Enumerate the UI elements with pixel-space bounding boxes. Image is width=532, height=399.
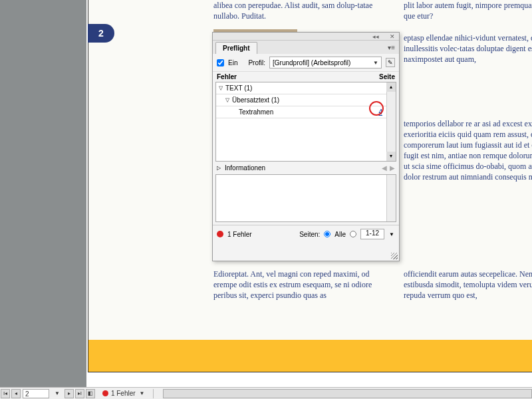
scroll-up-icon[interactable]: ▴ [386, 82, 396, 92]
next-page-icon[interactable]: ▸ [65, 389, 74, 398]
annotation-circle [369, 101, 384, 116]
tree-row-overset[interactable]: ▽ Übersatztext (1) [216, 94, 396, 106]
panel-tab-row: Preflight ▾≡ [213, 41, 399, 54]
error-list-header: Fehler Seite [213, 72, 399, 82]
edit-profile-icon[interactable]: ✎ [386, 58, 395, 67]
scrollbar[interactable] [386, 82, 396, 161]
body-text: officiendit earum autas secepelicae. Nem… [404, 269, 532, 301]
tree-label: Übersatztext (1) [232, 96, 393, 104]
prev-icon[interactable]: ◀ [382, 164, 387, 172]
tree-label: Textrahmen [239, 108, 362, 116]
pasteboard-margin [0, 0, 86, 387]
chevron-down-icon[interactable]: ▼ [388, 231, 395, 237]
resize-grip-icon[interactable] [391, 253, 398, 259]
scrollbar[interactable] [386, 175, 396, 221]
page-range-input[interactable]: 1-12 [360, 229, 384, 239]
profile-label: Profil: [248, 59, 265, 66]
chevron-down-icon[interactable]: ▼ [51, 390, 64, 396]
open-panel-icon[interactable]: ◧ [86, 389, 95, 398]
statusbar-error-text[interactable]: 1 Fehler [111, 390, 136, 397]
body-text: Edioreptat. Ant, vel magni con reped max… [213, 269, 393, 301]
separator [153, 389, 154, 398]
radio-all-label: Alle [334, 231, 346, 238]
body-text: plit labor autem fugit, nimpore premquam… [404, 0, 532, 21]
seiten-label: Seiten: [299, 231, 320, 238]
enable-checkbox[interactable] [217, 59, 224, 66]
error-list[interactable]: ▽ TEXT (1) ▽ Übersatztext (1) Textrahmen… [215, 82, 396, 162]
panel-footer: 1 Fehler Seiten: Alle 1-12 ▼ [213, 225, 399, 243]
scroll-down-icon[interactable]: ▾ [386, 152, 396, 161]
tree-label: TEXT (1) [225, 84, 393, 92]
horizontal-scrollbar[interactable] [163, 389, 532, 398]
chevron-down-icon: ▼ [373, 60, 378, 66]
radio-range[interactable] [350, 231, 356, 237]
info-nav: ◀ ▶ [382, 164, 395, 172]
header-seite: Seite [368, 73, 395, 80]
panel-menu-icon[interactable]: ▾≡ [388, 44, 395, 51]
profile-selected-value: [Grundprofil] (Arbeitsprofil) [273, 59, 350, 66]
disclosure-triangle-icon[interactable]: ▷ [217, 165, 221, 171]
info-header-row[interactable]: ▷ Informationen ◀ ▶ [213, 162, 399, 174]
body-text: eptasp ellendae nihici-vidunt vernatest,… [404, 33, 532, 65]
preflight-panel[interactable]: ◂◂ ✕ Preflight ▾≡ Ein Profil: [Grundprof… [212, 32, 400, 261]
info-label: Informationen [225, 164, 265, 172]
chevron-down-icon[interactable]: ▼ [136, 390, 149, 396]
profile-row: Ein Profil: [Grundprofil] (Arbeitsprofil… [213, 54, 399, 72]
error-status-icon [217, 231, 223, 237]
panel-titlebar[interactable]: ◂◂ ✕ [213, 33, 399, 41]
last-page-icon[interactable]: ▸I [75, 389, 84, 398]
tab-preflight[interactable]: Preflight [215, 42, 257, 54]
first-page-icon[interactable]: I◂ [1, 389, 10, 398]
collapse-arrows-icon[interactable]: ◂◂ [372, 33, 379, 40]
error-status-icon [102, 390, 108, 396]
radio-all-pages[interactable] [324, 231, 331, 237]
info-box [215, 174, 396, 222]
enable-label: Ein [228, 59, 237, 66]
error-count: 1 Fehler [227, 231, 252, 238]
body-text: temporios dellabor re ar asi ad excest e… [404, 118, 532, 182]
page-number-badge: 2 [88, 24, 114, 43]
yellow-footer-band [88, 340, 532, 372]
body-text: alibea con perepudae. Alist audit, sam d… [213, 0, 393, 21]
disclosure-triangle-icon[interactable]: ▽ [225, 97, 232, 103]
header-fehler: Fehler [217, 73, 368, 80]
next-icon[interactable]: ▶ [390, 164, 395, 172]
profile-dropdown[interactable]: [Grundprofil] (Arbeitsprofil) ▼ [269, 57, 382, 68]
disclosure-triangle-icon[interactable]: ▽ [219, 85, 225, 91]
prev-page-icon[interactable]: ◂ [11, 389, 21, 398]
current-page-field[interactable]: 2 [23, 389, 49, 398]
close-icon[interactable]: ✕ [390, 33, 395, 40]
tree-row-text[interactable]: ▽ TEXT (1) [216, 82, 396, 94]
statusbar: I◂ ◂ 2 ▼ ▸ ▸I ◧ 1 Fehler ▼ [0, 387, 532, 399]
